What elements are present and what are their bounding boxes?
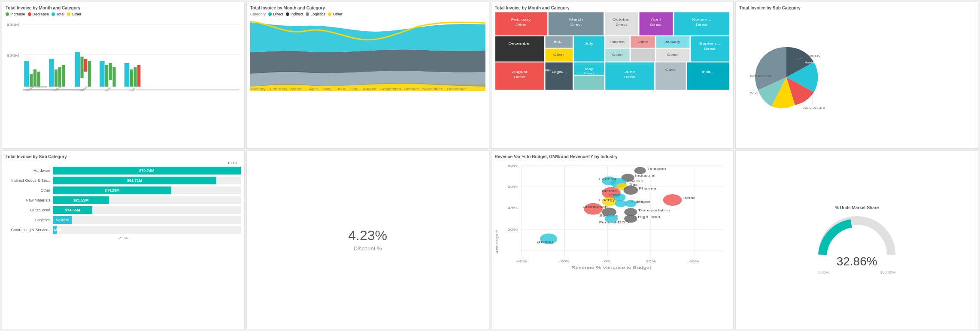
hbar-indirect: Indirect Goods & Ser... $61.71M [6,177,241,184]
indirect-label: Indirect [291,12,303,16]
svg-rect-98 [686,62,729,90]
gauge-max: 100.00% [880,270,896,274]
svg-text:Metals: Metals [602,189,617,193]
svg-text:40%: 40% [689,259,699,263]
svg-text:Other: Other [667,53,678,57]
svg-text:Outsourced: Outsourced [803,54,820,57]
other2-dot [328,12,331,16]
svg-text:Industrial: Industrial [635,174,655,177]
svg-text:Civilian: Civilian [627,179,643,183]
svg-text:February: February [511,18,531,21]
chart4-title: Total Invoice by Sub Category [739,6,974,10]
hbar-logistics-track: $7.36M [53,216,241,224]
chart2-title: Total Invoice by Month and Category [250,6,485,10]
svg-text:October: October [404,87,419,91]
logistics-label: Logistics [310,12,325,16]
svg-rect-6 [33,69,36,87]
svg-text:December: December [508,42,531,45]
hbar-rawmat: Raw Materials $21.52M [6,196,241,204]
svg-text:Federal: Federal [599,177,616,181]
category-label: Category [250,12,266,16]
legend-other: Other [67,12,82,16]
card-gauge: % Units Market Share 32.86% 0.00% 100.00… [735,150,978,330]
svg-text:20%: 20% [507,228,518,231]
svg-text:$30M: $30M [7,23,19,27]
svg-rect-92 [573,75,604,90]
svg-text:Direct: Direct [514,75,525,79]
svg-rect-15 [88,61,91,87]
svg-rect-62 [495,36,544,62]
legend-indirect: Indirect [286,12,303,16]
chart1-legend: Increase Decrease Total Other [6,12,241,16]
svg-text:August: August [512,70,527,74]
svg-text:Septem...: Septem... [699,42,720,45]
svg-text:Other: Other [612,53,622,57]
chart3-title: Total Invoice by Month and Category [495,6,730,10]
svg-text:December: December [447,87,467,91]
svg-point-129 [634,167,646,174]
hbar-contracting-track: $1.49M [53,226,241,234]
svg-text:Direct: Direct [39,85,47,88]
hbar-outsourced-label: Outsourced [6,208,53,212]
svg-rect-8 [49,59,54,87]
other-dot [67,12,70,16]
gauge-min: 0.00% [818,270,829,274]
hbar-contracting-fill: $1.49M [53,226,57,234]
hbar-outsourced-fill: $14.55M [53,206,92,214]
chart5-title: Total Invoice by Sub Category [6,154,241,159]
svg-rect-20 [124,63,130,87]
card-scatter: Revenue Var % to Budget, GM% and Revenue… [491,150,734,330]
svg-point-161 [663,194,682,206]
hbar-rawmat-label: Raw Materials [6,198,53,202]
hbar-indirect-label: Indirect Goods & Ser... [6,178,53,183]
svg-text:Direct: Direct [624,75,636,79]
hbar-contracting-label: Contracting & Services [6,228,53,232]
svg-rect-7 [37,72,40,87]
indirect-dot [286,12,289,16]
legend-category: Category [250,12,266,16]
hbar-outsourced-track: $14.55M [53,206,241,214]
total-dot [52,12,55,16]
svg-text:Direct: Direct [570,23,582,27]
svg-rect-19 [112,67,115,87]
svg-text:80%: 80% [507,163,518,167]
svg-text:Other: Other [665,68,676,72]
svg-text:Retail: Retail [683,196,695,199]
discount-label: Discount % [354,245,382,252]
legend-decrease: Decrease [28,12,49,16]
svg-text:Indirect: Indirect [610,40,625,44]
legend-total: Total [52,12,64,16]
svg-text:Direct: Direct [704,47,716,51]
svg-text:Other: Other [750,91,759,95]
hbar-outsourced: Outsourced $14.55M [6,206,241,214]
chart8-title: % Units Market Share [739,205,974,210]
stream-svg: January February March April May June Ju… [250,18,485,91]
card-stream-chart: Total Invoice by Month and Category Cate… [246,2,489,149]
direct-dot [268,12,272,16]
increase-label: Increase [10,12,25,16]
svg-rect-87 [545,62,573,90]
gauge-value: 32.86% [837,255,877,268]
chart2-legend: Category Direct Indirect Logistics Other [250,12,485,16]
hbar-rawmat-fill: $21.52M [53,196,109,204]
svg-rect-23 [137,65,140,87]
svg-text:August: August [363,87,376,91]
hbar-hardware-label: Hardware [6,169,53,173]
bar-chart-svg: $30M $20M [6,18,241,91]
svg-text:Logis...: Logis... [552,70,565,74]
hbar-footer: 2.1% [6,236,241,240]
svg-text:0%: 0% [604,259,611,263]
hbar-rawmat-track: $21.52M [53,196,241,204]
svg-text:Direct: Direct [650,23,661,27]
logistics-dot [306,12,309,16]
svg-text:Ind...: Ind... [554,40,563,44]
svg-rect-21 [130,69,133,87]
other-label: Other [72,12,82,16]
svg-rect-9 [55,69,58,87]
hbar-logistics-label: Logistics [6,218,53,222]
increase-dot [6,12,9,16]
hbar-contracting: Contracting & Services $1.49M [6,226,241,234]
svg-rect-68 [573,36,604,62]
svg-rect-76 [630,48,655,62]
svg-text:Indirect Goods & Services: Indirect Goods & Services [803,107,825,110]
